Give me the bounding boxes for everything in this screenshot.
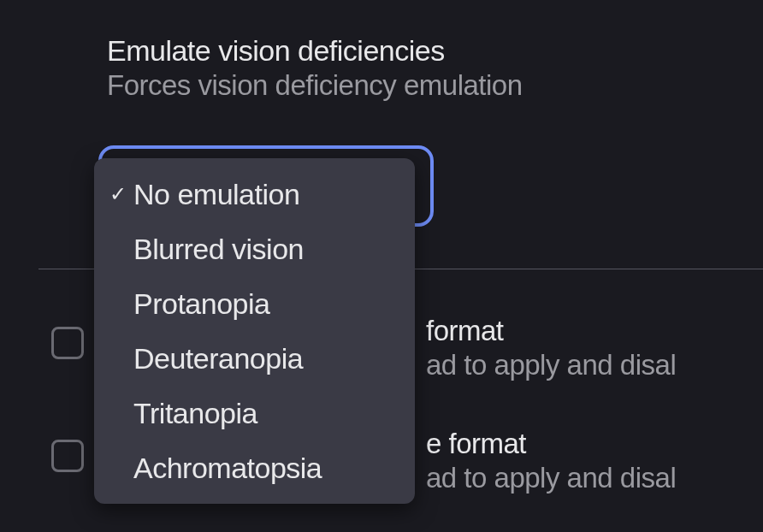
dropdown-option-label: Achromatopsia bbox=[130, 452, 322, 485]
checkmark-icon: ✓ bbox=[106, 182, 130, 206]
dropdown-option-label: Blurred vision bbox=[130, 233, 304, 266]
section-title: Emulate vision deficiencies bbox=[107, 34, 763, 68]
setting-description: ad to apply and disal bbox=[426, 462, 676, 494]
dropdown-option-label: No emulation bbox=[130, 178, 299, 211]
dropdown-option-blurred-vision[interactable]: Blurred vision bbox=[94, 222, 415, 276]
dropdown-option-label: Tritanopia bbox=[130, 397, 257, 430]
dropdown-option-tritanopia[interactable]: Tritanopia bbox=[94, 386, 415, 440]
dropdown-option-label: Deuteranopia bbox=[130, 342, 303, 375]
checkbox-format-1[interactable] bbox=[51, 327, 84, 359]
setting-title: format bbox=[426, 315, 676, 347]
vision-dropdown: ✓ No emulation Blurred vision Protanopia… bbox=[94, 158, 415, 504]
dropdown-option-protanopia[interactable]: Protanopia bbox=[94, 276, 415, 331]
setting-text-block: e format ad to apply and disal bbox=[426, 428, 676, 494]
dropdown-option-no-emulation[interactable]: ✓ No emulation bbox=[94, 167, 415, 222]
dropdown-option-achromatopsia[interactable]: Achromatopsia bbox=[94, 440, 415, 495]
checkbox-format-2[interactable] bbox=[51, 440, 84, 472]
section-description: Forces vision deficiency emulation bbox=[107, 69, 763, 102]
setting-title: e format bbox=[426, 428, 676, 460]
setting-description: ad to apply and disal bbox=[426, 349, 676, 381]
setting-text-block: format ad to apply and disal bbox=[426, 315, 676, 381]
dropdown-option-deuteranopia[interactable]: Deuteranopia bbox=[94, 331, 415, 386]
dropdown-option-label: Protanopia bbox=[130, 287, 269, 321]
vision-deficiency-section: Emulate vision deficiencies Forces visio… bbox=[0, 0, 763, 102]
